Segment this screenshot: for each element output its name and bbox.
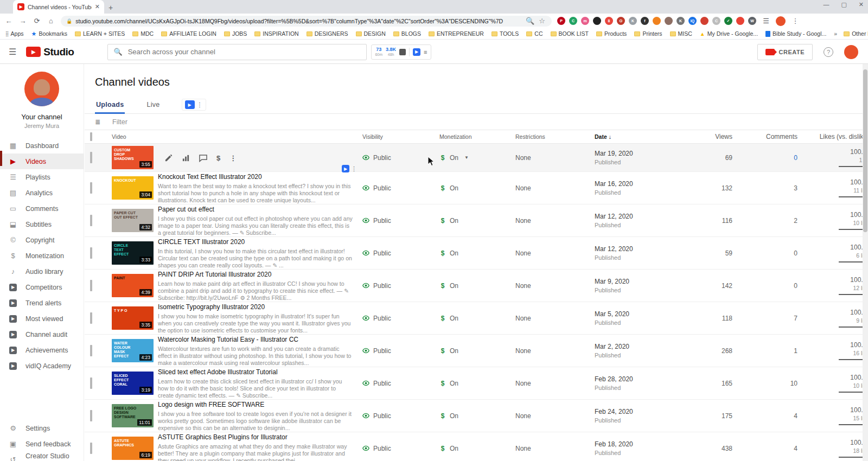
comments-cell[interactable]: 0	[732, 282, 797, 290]
reading-list-icon[interactable]: ☰	[762, 17, 770, 25]
vidiq-play-icon[interactable]: ▶	[413, 48, 420, 56]
video-thumbnail[interactable]: T Y P O 3:35	[112, 306, 154, 330]
extension-icon[interactable]: W	[748, 17, 756, 25]
row-checkbox[interactable]	[90, 247, 92, 259]
sidebar-item-subtitles[interactable]: ⬓Subtitles	[0, 216, 84, 232]
video-thumbnail[interactable]: PAPER CUT OUT EFFECT 4:32	[112, 209, 154, 232]
video-thumbnail[interactable]: KNOCKOUT 3:04	[112, 176, 154, 200]
bookmark-item[interactable]: AFFILIATE LOGIN	[161, 30, 216, 37]
other-bookmarks[interactable]: Other bookmarks	[844, 30, 868, 37]
bookmark-item[interactable]: BOOK LIST	[551, 30, 589, 37]
monetization-cell[interactable]: $ On ▼	[439, 380, 515, 387]
extension-icon[interactable]: K	[676, 17, 685, 25]
comments-icon[interactable]	[199, 154, 207, 162]
extension-icon[interactable]	[700, 17, 709, 25]
extension-icon[interactable]: 8	[605, 17, 613, 25]
sidebar-item-achievements[interactable]: ▶Achievements	[0, 342, 84, 358]
visibility-cell[interactable]: Public	[362, 249, 439, 257]
column-visibility[interactable]: Visibility	[362, 133, 439, 140]
back-icon[interactable]: ←	[4, 17, 13, 25]
visibility-cell[interactable]: Public	[362, 412, 439, 420]
bookmark-item[interactable]: TOOLS	[492, 30, 519, 37]
extension-icon[interactable]	[593, 17, 601, 25]
sidebar-item-creator-studio-classic[interactable]: ↺Creator Studio Classic	[0, 452, 84, 461]
comments-cell[interactable]: 10	[732, 380, 797, 387]
extension-icon[interactable]: f	[641, 17, 649, 25]
monetization-cell[interactable]: $ On ▼	[439, 347, 515, 355]
bookmark-item[interactable]: Bible Study - Googl...	[765, 30, 826, 37]
column-views[interactable]: Views	[686, 133, 732, 140]
vidiq-menu-icon[interactable]: ≡	[424, 49, 427, 55]
sidebar-item-audio-library[interactable]: ♪Audio library	[0, 264, 84, 279]
comments-cell[interactable]: 3	[732, 184, 797, 192]
video-thumbnail[interactable]: FREE LOGO DESIGN SOFTWARE 11:01	[112, 404, 154, 427]
video-title[interactable]: Knockout Text Effect Illustrator 2020	[158, 173, 353, 181]
filter-bar[interactable]: ≣ Filter	[85, 114, 863, 130]
video-thumbnail[interactable]: WATER COLOUR MASK EFFECT 4:23	[112, 339, 154, 362]
row-checkbox[interactable]	[90, 182, 92, 194]
window-maximize-button[interactable]: ▢	[841, 1, 846, 8]
video-title[interactable]: CIRCLE TEXT Illustrator 2020	[158, 238, 353, 246]
vidiq-row-badge-icon[interactable]: ▶	[342, 165, 349, 172]
column-likes[interactable]: Likes (vs. dislikes)	[797, 133, 863, 140]
monetization-cell[interactable]: $ On ▼	[439, 282, 515, 290]
bookmark-item[interactable]: ★Bookmarks	[31, 30, 67, 37]
extension-icon[interactable]	[736, 17, 744, 25]
monetization-cell[interactable]: $ On ▼	[439, 315, 515, 322]
video-title[interactable]: ASTUTE Graphics Best Plugins for Illustr…	[158, 433, 353, 441]
extension-icon[interactable]: ✓	[724, 17, 732, 25]
channel-search-box[interactable]: 🔍	[107, 44, 367, 60]
comments-cell[interactable]: 1	[732, 347, 797, 355]
bookmark-item[interactable]: LEARN + SITES	[75, 30, 125, 37]
monetization-cell[interactable]: $ On ▼	[439, 249, 515, 257]
sidebar-item-most-viewed[interactable]: ▶Most viewed	[0, 311, 84, 326]
row-checkbox[interactable]	[90, 410, 92, 421]
reload-icon[interactable]: ⟳	[33, 17, 41, 25]
tab-live[interactable]: Live	[145, 96, 161, 114]
bookmarks-overflow-chevron[interactable]: »	[834, 30, 837, 37]
sidebar-item-analytics[interactable]: ▤Analytics	[0, 185, 84, 201]
video-title[interactable]: Sliced text effect Adobe Illustrator Tut…	[158, 368, 353, 376]
vidiq-edge-tab[interactable]	[0, 151, 2, 166]
scrollbar-thumb[interactable]	[863, 69, 867, 232]
extension-icon[interactable]: O	[617, 17, 625, 25]
monetization-cell[interactable]: $ On ▼	[439, 217, 515, 225]
row-checkbox[interactable]	[90, 377, 92, 389]
bookmark-item[interactable]: CC	[526, 30, 542, 37]
bookmark-item[interactable]: ⣿Apps	[5, 30, 24, 37]
bookmark-item[interactable]: MDC	[132, 30, 154, 37]
column-video[interactable]: Video	[112, 133, 362, 140]
row-checkbox[interactable]	[90, 345, 92, 356]
video-thumbnail[interactable]: SLICED EFFECT CORAL 3:19	[112, 372, 154, 395]
visibility-cell[interactable]: Public	[362, 282, 439, 290]
video-title[interactable]: Isometric Typography Illustrator 2020	[158, 303, 353, 311]
visibility-cell[interactable]: Public	[362, 347, 439, 355]
extension-icon[interactable]	[665, 17, 673, 25]
vidiq-stats-widget[interactable]: 73 60m 3.8K 48h ▶ ≡	[371, 44, 431, 60]
channel-avatar[interactable]	[24, 72, 59, 106]
extension-icon[interactable]: C	[569, 17, 577, 25]
edit-pencil-icon[interactable]	[164, 154, 173, 162]
monetization-icon[interactable]: $	[216, 154, 220, 162]
vidiq-tab-button[interactable]: ▶ ⋮	[182, 99, 206, 111]
video-title[interactable]: Watercolor Masking Tutorial Easy - Illus…	[158, 336, 353, 343]
video-thumbnail[interactable]: PAINT 4:39	[112, 274, 154, 297]
sidebar-item-trend-alerts[interactable]: ▶Trend alerts	[0, 295, 84, 311]
browser-tab[interactable]: ▶ Channel videos - YouTube Studio ✕	[13, 0, 104, 14]
sidebar-item-monetization[interactable]: $Monetization	[0, 248, 84, 264]
row-checkbox[interactable]	[90, 443, 92, 454]
video-title[interactable]: Paper cut out effect	[158, 206, 353, 213]
column-date[interactable]: Date ↓	[595, 133, 686, 140]
address-bar[interactable]: 🔒 studio.youtube.com/channel/UCsKxAGJpOi…	[61, 16, 552, 27]
vertical-scrollbar[interactable]	[863, 64, 868, 461]
visibility-cell[interactable]: Public	[362, 217, 439, 225]
video-thumbnail[interactable]: CUSTOM DROP SHADOWS 3:55	[112, 146, 154, 169]
comments-cell[interactable]: 4	[732, 412, 797, 420]
analytics-icon[interactable]	[182, 154, 190, 162]
comments-cell[interactable]: 4	[732, 445, 797, 452]
select-all-checkbox[interactable]	[90, 132, 92, 141]
video-title[interactable]: PAINT DRIP Art Tutorial Illustrator 2020	[158, 271, 353, 278]
visibility-cell[interactable]: Public	[362, 315, 439, 322]
hamburger-menu-icon[interactable]: ☰	[9, 47, 16, 57]
comments-cell[interactable]: 0	[732, 249, 797, 257]
